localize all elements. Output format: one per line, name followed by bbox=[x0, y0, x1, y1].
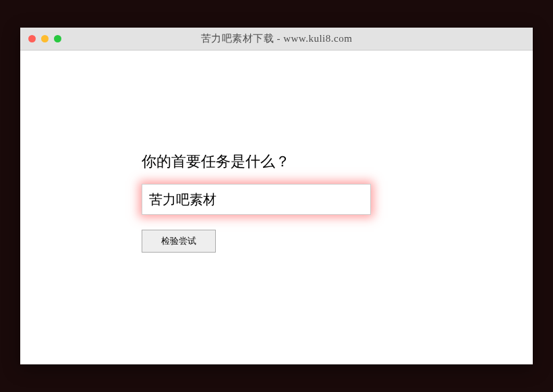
check-button[interactable]: 检验尝试 bbox=[142, 230, 216, 253]
close-icon[interactable] bbox=[28, 35, 36, 42]
window-title: 苦力吧素材下载 - www.kuli8.com bbox=[20, 32, 533, 45]
window-controls bbox=[28, 35, 61, 42]
maximize-icon[interactable] bbox=[54, 35, 61, 42]
minimize-icon[interactable] bbox=[41, 35, 49, 42]
titlebar: 苦力吧素材下载 - www.kuli8.com bbox=[20, 28, 533, 51]
question-label: 你的首要任务是什么？ bbox=[142, 152, 533, 172]
task-input[interactable] bbox=[142, 184, 371, 215]
content-area: 你的首要任务是什么？ 检验尝试 bbox=[20, 51, 533, 253]
app-window: 苦力吧素材下载 - www.kuli8.com 你的首要任务是什么？ 检验尝试 bbox=[20, 28, 533, 364]
